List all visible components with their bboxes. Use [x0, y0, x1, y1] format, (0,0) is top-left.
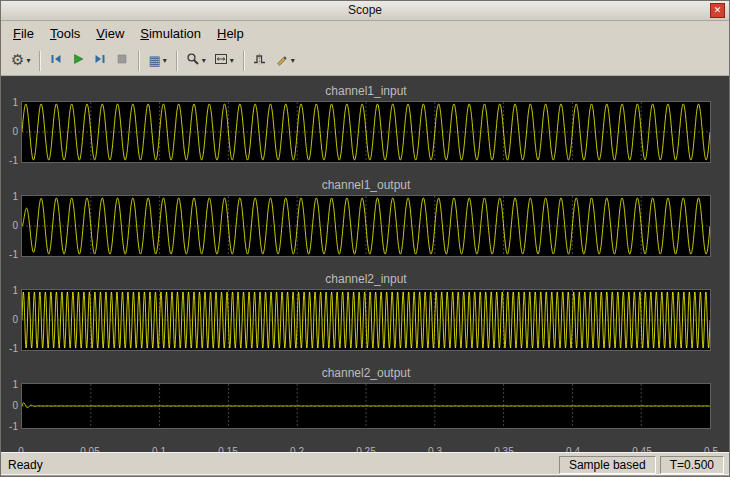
status-bar: Ready Sample based T=0.500: [1, 452, 729, 476]
chevron-down-icon: ▾: [291, 57, 295, 65]
plot-area-channel2_input[interactable]: [21, 289, 711, 351]
triggers-button[interactable]: ▾: [271, 49, 299, 73]
status-ready: Ready: [6, 458, 555, 472]
toolbar-separator: [243, 51, 244, 71]
step-back-icon: [49, 52, 63, 69]
y-axis-labels: 10-1: [5, 289, 21, 351]
chevron-down-icon: ▾: [230, 57, 234, 65]
menu-tools[interactable]: Tools: [42, 23, 88, 44]
plot-title: channel2_input: [21, 272, 711, 287]
step-signal-icon: [253, 52, 267, 69]
menu-view[interactable]: View: [88, 23, 132, 44]
scope-window: Scope ✕ File Tools View Simulation Help …: [0, 0, 730, 477]
y-tick-label: 1: [12, 192, 18, 202]
y-axis-labels: 10-1: [5, 101, 21, 163]
simulation-stepping-button[interactable]: ▦ ▾: [144, 49, 170, 73]
x-tick-label: 0.35: [494, 446, 513, 452]
x-tick-label: 0.05: [80, 446, 99, 452]
x-tick-label: 0.45: [632, 446, 651, 452]
y-axis-labels: 10-1: [5, 195, 21, 257]
run-button[interactable]: [67, 49, 89, 73]
gear-icon: ⚙: [11, 53, 24, 68]
subplot-channel1_input: channel1_input10-1: [5, 84, 711, 163]
x-tick-label: 0.2: [290, 446, 304, 452]
y-tick-label: 1: [12, 380, 18, 390]
y-tick-label: -1: [9, 250, 18, 260]
toolbar-separator: [138, 51, 139, 71]
x-tick-label: 0.4: [566, 446, 580, 452]
span-icon: [214, 52, 228, 69]
y-tick-label: 1: [12, 98, 18, 108]
step-forward-button[interactable]: [89, 49, 111, 73]
stop-button[interactable]: [111, 49, 133, 73]
settings-button[interactable]: ⚙ ▾: [7, 49, 34, 73]
x-tick-label: 0.5: [704, 446, 718, 452]
waveform-channel2_output[interactable]: [22, 384, 710, 428]
y-tick-label: -1: [9, 344, 18, 354]
waveform-channel1_output[interactable]: [22, 196, 710, 256]
x-tick-label: 0.15: [218, 446, 237, 452]
x-tick-label: 0.3: [428, 446, 442, 452]
x-tick-label: 0.1: [152, 446, 166, 452]
subplot-channel2_input: channel2_input10-1: [5, 272, 711, 351]
magnifier-icon: [186, 52, 200, 69]
y-axis-labels: 10-1: [5, 383, 21, 429]
plot-title: channel2_output: [21, 366, 711, 381]
x-axis-labels: 00.050.10.150.20.250.30.350.40.450.5: [21, 444, 711, 450]
y-tick-label: 0: [12, 221, 18, 231]
chevron-down-icon: ▾: [163, 57, 167, 65]
run-icon: [71, 52, 85, 69]
toolbar: ⚙ ▾ ▦ ▾ ▾ ▾: [1, 46, 729, 76]
x-tick-label: 0: [18, 446, 24, 452]
chevron-down-icon: ▾: [26, 57, 30, 65]
subplot-channel2_output: channel2_output10-1: [5, 366, 711, 429]
close-button[interactable]: ✕: [710, 3, 725, 18]
scope-canvas: channel1_input10-1channel1_output10-1cha…: [1, 76, 729, 452]
y-tick-label: -1: [9, 156, 18, 166]
plot-title: channel1_input: [21, 84, 711, 99]
cursor-measurements-button[interactable]: [249, 49, 271, 73]
subplot-channel1_output: channel1_output10-1: [5, 178, 711, 257]
y-tick-label: 0: [12, 401, 18, 411]
y-tick-label: -1: [9, 422, 18, 432]
step-back-button[interactable]: [45, 49, 67, 73]
menu-simulation[interactable]: Simulation: [132, 23, 209, 44]
menu-file[interactable]: File: [5, 23, 42, 44]
x-tick-label: 0.25: [356, 446, 375, 452]
span-x-button[interactable]: ▾: [210, 49, 238, 73]
window-title: Scope: [348, 3, 382, 17]
chevron-down-icon: ▾: [202, 57, 206, 65]
title-bar[interactable]: Scope ✕: [1, 1, 729, 21]
status-sample-mode: Sample based: [559, 456, 656, 474]
y-tick-label: 0: [12, 315, 18, 325]
toolbar-separator: [39, 51, 40, 71]
waveform-channel2_input[interactable]: [22, 290, 710, 350]
pencil-icon: [275, 52, 289, 69]
menu-help[interactable]: Help: [209, 23, 252, 44]
blocks-icon: ▦: [148, 53, 160, 68]
y-tick-label: 0: [12, 127, 18, 137]
zoom-button[interactable]: ▾: [182, 49, 210, 73]
plot-area-channel1_input[interactable]: [21, 101, 711, 163]
toolbar-separator: [176, 51, 177, 71]
waveform-channel1_input[interactable]: [22, 102, 710, 162]
step-forward-icon: [93, 52, 107, 69]
plot-area-channel2_output[interactable]: [21, 383, 711, 429]
plot-area-channel1_output[interactable]: [21, 195, 711, 257]
menu-bar: File Tools View Simulation Help: [1, 21, 729, 46]
y-tick-label: 1: [12, 286, 18, 296]
plot-title: channel1_output: [21, 178, 711, 193]
stop-icon: [115, 52, 129, 69]
status-time: T=0.500: [660, 456, 724, 474]
